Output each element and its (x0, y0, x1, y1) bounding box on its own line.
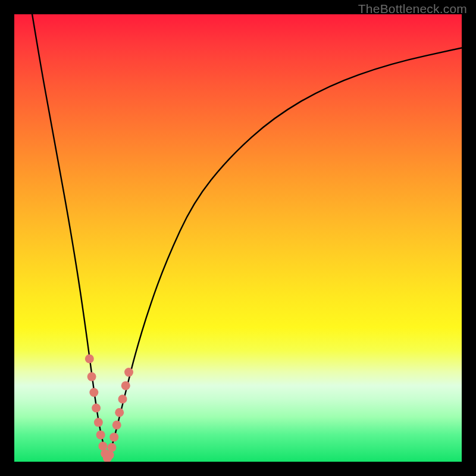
marker-point (96, 430, 105, 439)
marker-point (112, 421, 121, 430)
marker-point (94, 418, 103, 427)
plot-area (14, 14, 462, 462)
marker-point (121, 381, 130, 390)
marker-dots (85, 355, 133, 462)
marker-point (85, 355, 94, 364)
marker-point (87, 372, 96, 381)
marker-point (92, 403, 101, 412)
marker-point (89, 388, 98, 397)
curve-layer (14, 14, 462, 462)
marker-point (118, 394, 127, 403)
marker-point (107, 443, 116, 452)
curve-right-branch (107, 48, 462, 459)
marker-point (115, 408, 124, 417)
marker-point (124, 368, 133, 377)
chart-frame: TheBottleneck.com (0, 0, 476, 476)
marker-point (105, 450, 114, 459)
marker-point (109, 433, 118, 441)
marker-point (98, 441, 107, 450)
